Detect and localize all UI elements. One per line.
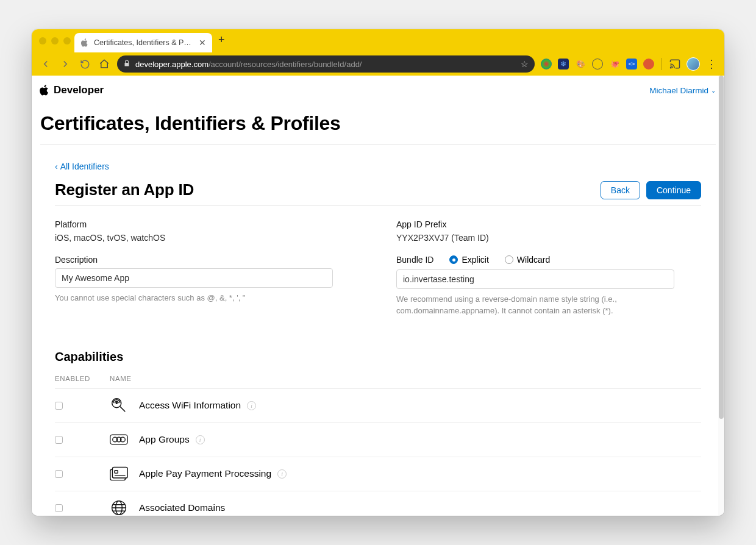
browser-tabbar: Certificates, Identifiers & Profiles ✕ + [32,29,724,52]
capability-name: Access WiFi Information [139,400,241,411]
chevron-left-icon: ‹ [55,162,58,171]
page-title: Certificates, Identifiers & Profiles [40,112,716,135]
extension-icon[interactable]: <> [626,59,637,69]
new-tab-button[interactable]: + [218,34,225,49]
home-button[interactable] [98,57,111,71]
browser-toolbar: developer.apple.com/account/resources/id… [32,52,724,76]
window-minimize-dot[interactable] [51,37,59,45]
breadcrumb-back-link[interactable]: ‹ All Identifiers [55,162,109,171]
capability-name: App Groups [139,434,190,445]
chevron-down-icon: ⌄ [711,87,716,94]
bundle-explicit-option[interactable]: Explicit [449,255,488,265]
info-icon[interactable]: i [277,469,287,479]
tab-title: Certificates, Identifiers & Profiles [94,38,191,47]
info-icon[interactable]: i [247,401,256,410]
divider [55,205,701,206]
scrollbar-thumb[interactable] [719,76,724,419]
continue-button[interactable]: Continue [646,181,701,199]
svg-line-3 [120,407,125,411]
info-icon[interactable]: i [196,435,205,444]
cast-icon[interactable] [669,59,680,69]
capability-name: Apple Pay Payment Processing [139,468,271,479]
capability-name: Associated Domains [139,502,225,513]
forward-nav-button[interactable] [59,57,72,71]
apple-dev-header: Developer Michael Diarmid ⌄ [32,76,724,105]
address-bar[interactable]: developer.apple.com/account/resources/id… [117,55,535,73]
capability-row: Apple Pay Payment Processing i [55,457,701,491]
platform-value: iOS, macOS, tvOS, watchOS [55,233,360,243]
capabilities-header: ENABLED NAME [55,375,701,388]
globe-icon [110,499,128,516]
capability-checkbox[interactable] [55,402,63,410]
prefix-label: App ID Prefix [396,219,701,229]
capability-row: App Groups i [55,422,701,457]
extension-icons: ❄ 🎨 🐙 <> ⋮ [541,57,717,71]
description-label: Description [55,255,360,265]
browser-window: Certificates, Identifiers & Profiles ✕ +… [32,29,724,516]
toolbar-separator [661,58,662,70]
bundle-id-input[interactable] [396,269,674,289]
extension-icon[interactable] [541,59,552,69]
back-button[interactable]: Back [601,181,640,199]
extension-icon[interactable]: ❄ [558,59,569,69]
col-enabled: ENABLED [55,375,110,382]
capability-checkbox[interactable] [55,470,63,478]
bookmark-star-icon[interactable]: ☆ [521,59,529,69]
browser-tab[interactable]: Certificates, Identifiers & Profiles ✕ [74,33,212,52]
capability-row: Associated Domains [55,491,701,516]
account-menu[interactable]: Michael Diarmid ⌄ [649,86,716,95]
back-nav-button[interactable] [39,57,52,71]
apple-pay-icon [110,465,128,483]
description-helper: You cannot use special characters such a… [55,293,348,304]
prefix-value: YYX2P3XVJ7 (Team ID) [396,233,701,243]
apple-favicon [80,38,89,47]
window-controls [38,29,74,52]
breadcrumb-label: All Identifiers [60,162,109,171]
user-name: Michael Diarmid [649,86,708,95]
capability-row: Access WiFi Information i [55,388,701,422]
col-name: NAME [110,375,701,382]
description-input[interactable] [55,268,333,288]
extension-icon[interactable]: 🎨 [575,59,586,69]
browser-menu-button[interactable]: ⋮ [706,57,717,71]
apple-developer-logo[interactable]: Developer [39,84,104,96]
tab-close-icon[interactable]: ✕ [199,38,206,48]
section-title: Register an App ID [55,180,194,199]
platform-label: Platform [55,219,360,229]
capability-checkbox[interactable] [55,504,63,512]
bundle-id-helper: We recommend using a reverse-domain name… [396,294,689,317]
lock-icon [123,60,130,69]
radio-selected-icon [449,255,458,264]
profile-avatar[interactable] [686,57,700,71]
brand-text: Developer [54,84,104,96]
extension-icon[interactable] [643,59,654,69]
capabilities-title: Capabilities [55,350,701,364]
page-viewport: Developer Michael Diarmid ⌄ Certificates… [32,76,724,516]
svg-point-2 [116,403,117,404]
wifi-search-icon [110,396,128,415]
bundle-wildcard-option[interactable]: Wildcard [505,255,550,265]
extension-icon[interactable] [592,59,603,69]
scrollbar[interactable] [718,76,724,516]
radio-icon [505,255,513,264]
capability-checkbox[interactable] [55,436,63,444]
app-groups-icon [110,430,128,449]
window-zoom-dot[interactable] [63,37,71,45]
window-close-dot[interactable] [39,37,46,45]
extension-icon[interactable]: 🐙 [609,59,620,69]
reload-button[interactable] [78,57,91,71]
url-text: developer.apple.com/account/resources/id… [135,60,516,69]
svg-point-0 [671,67,672,68]
bundle-id-label: Bundle ID [396,255,433,265]
